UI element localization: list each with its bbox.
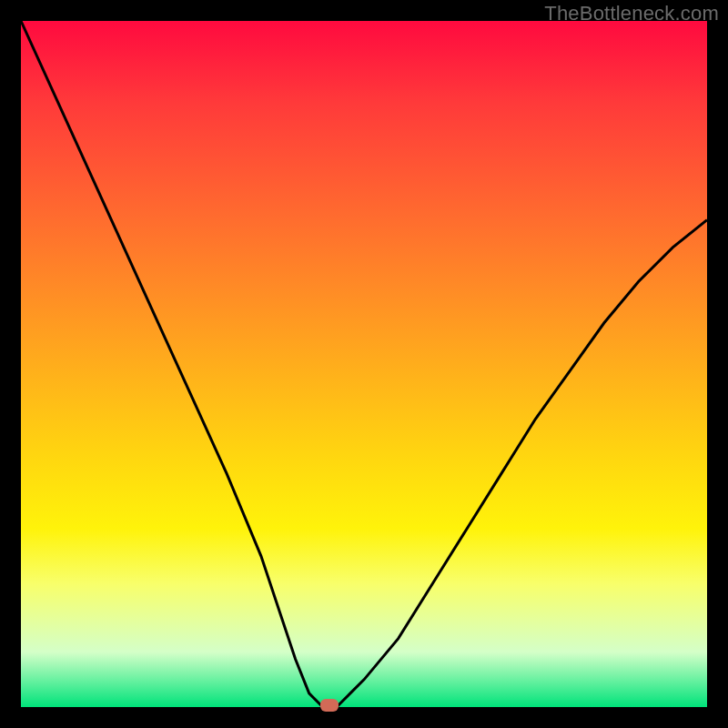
curve-path: [21, 21, 707, 707]
watermark-text: TheBottleneck.com: [544, 2, 719, 25]
chart-plot-area: [21, 21, 707, 707]
chart-frame: TheBottleneck.com: [0, 0, 728, 728]
bottleneck-curve: [21, 21, 707, 707]
minimum-marker: [320, 699, 339, 712]
